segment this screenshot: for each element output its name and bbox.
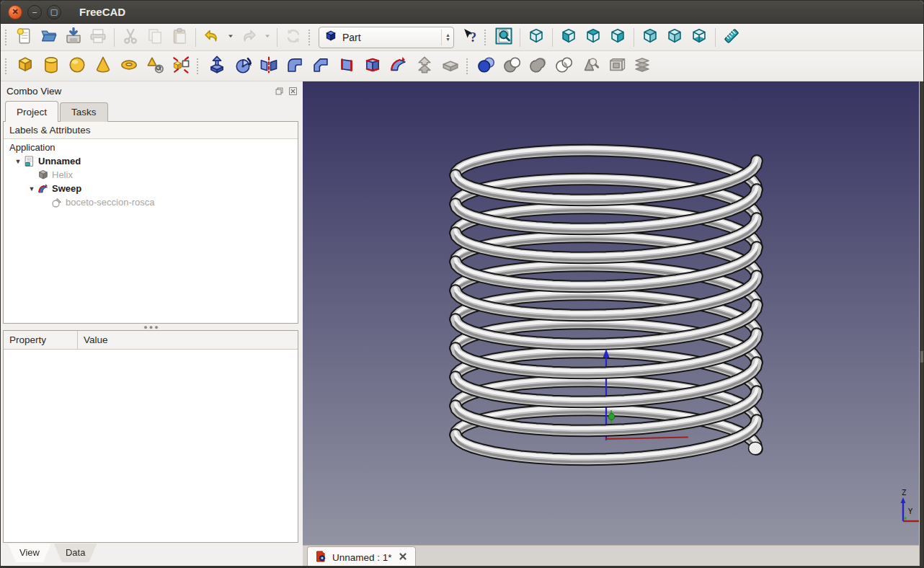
window-minimize-button[interactable]: – — [27, 5, 42, 19]
right-view-button[interactable] — [605, 26, 630, 49]
rear-view-button[interactable] — [638, 26, 662, 49]
create-primitives-button[interactable] — [142, 53, 168, 80]
tree-item-sweep[interactable]: ▼Sweep — [4, 182, 298, 195]
boolean-button[interactable] — [474, 53, 499, 80]
top-view-button[interactable] — [581, 26, 605, 49]
tree-item-helix[interactable]: Helix — [4, 168, 298, 182]
part-toolbar — [1, 51, 923, 81]
column-header-property[interactable]: Property — [4, 331, 78, 349]
axonometric-view-button[interactable] — [524, 26, 548, 49]
panel-float-button[interactable] — [273, 85, 285, 97]
titlebar[interactable]: ✕ – ▢ FreeCAD — [1, 1, 923, 24]
bottom-view-button[interactable] — [687, 26, 711, 49]
check-geometry-button[interactable] — [577, 53, 603, 80]
shape-builder-button[interactable] — [168, 53, 194, 80]
mirror-button[interactable] — [256, 53, 282, 80]
boolean-union-button[interactable] — [525, 53, 551, 80]
tree-item-label: Unnamed — [38, 156, 81, 167]
workbench-selector[interactable]: Part▲▼ — [319, 27, 454, 48]
tree-item-application[interactable]: Application — [4, 141, 298, 154]
print-button[interactable] — [86, 26, 110, 49]
model-tree: Application▼UnnamedHelix▼Sweepboceto-sec… — [4, 139, 298, 323]
toolbar-handle[interactable] — [5, 30, 8, 45]
right-view-icon — [609, 27, 626, 47]
edge-grip[interactable] — [920, 351, 923, 363]
cross-sections-button[interactable] — [629, 53, 655, 80]
copy-button[interactable] — [143, 26, 167, 49]
workbench-part-icon — [324, 30, 337, 45]
redo-button[interactable] — [236, 26, 261, 49]
left-view-button[interactable] — [662, 26, 687, 49]
refresh-icon — [285, 27, 302, 47]
new-button[interactable] — [12, 26, 37, 49]
expander-icon[interactable]: ▼ — [26, 185, 37, 192]
toolbar-handle[interactable] — [466, 58, 469, 74]
tree-item-label: Helix — [52, 169, 73, 180]
compound-button[interactable] — [603, 53, 629, 80]
offset-icon — [415, 56, 434, 76]
tree-item-boceto-seccion-rosca[interactable]: boceto-seccion-rosca — [4, 195, 298, 209]
3d-viewport[interactable]: ZYX — [303, 81, 920, 545]
measure-button[interactable] — [719, 26, 744, 49]
mirror-icon — [259, 56, 278, 76]
property-table-body[interactable] — [4, 350, 298, 542]
panel-splitter[interactable]: ●●● — [1, 324, 303, 330]
tab-close-icon[interactable] — [398, 551, 408, 564]
boolean-cut-button[interactable] — [499, 53, 525, 80]
toolbar-separator — [195, 28, 196, 47]
toolbar-handle[interactable] — [197, 58, 200, 74]
sphere-icon — [68, 56, 86, 76]
front-view-button[interactable] — [556, 26, 581, 49]
toolbar-handle[interactable] — [308, 30, 311, 45]
loft-button[interactable] — [360, 53, 386, 80]
ruled-surface-button[interactable] — [334, 53, 360, 80]
toolbar-separator — [114, 28, 115, 47]
undo-button[interactable] — [200, 26, 224, 49]
fillet-button[interactable] — [282, 53, 308, 80]
cut-button[interactable] — [118, 26, 143, 49]
document-tab[interactable]: Unnamed : 1* — [307, 546, 416, 567]
chamfer-button[interactable] — [308, 53, 334, 80]
redo-history-button[interactable] — [261, 26, 273, 49]
column-header-value[interactable]: Value — [78, 331, 114, 349]
toolbar-handle[interactable] — [484, 30, 487, 45]
paste-button[interactable] — [167, 26, 192, 49]
tab-data[interactable]: Data — [54, 543, 97, 562]
rear-view-icon — [641, 27, 659, 47]
offset-button[interactable] — [412, 53, 437, 80]
combo-spinner-icon[interactable]: ▲▼ — [441, 30, 450, 45]
sphere-button[interactable] — [64, 53, 90, 80]
save-button[interactable] — [61, 26, 86, 49]
toolbar-handle[interactable] — [5, 58, 8, 74]
panel-close-button[interactable] — [287, 85, 298, 97]
box-button[interactable] — [12, 53, 38, 80]
cone-button[interactable] — [90, 53, 116, 80]
cylinder-button[interactable] — [38, 53, 64, 80]
window-close-button[interactable]: ✕ — [8, 5, 22, 19]
loft-icon — [363, 56, 382, 76]
torus-button[interactable] — [116, 53, 142, 80]
extrude-button[interactable] — [204, 53, 230, 80]
sweep-button[interactable] — [386, 53, 412, 80]
combo-view-tabs: ProjectTasks — [1, 100, 303, 121]
whats-this-button[interactable]: ? — [457, 26, 481, 49]
expander-icon[interactable]: ▼ — [12, 158, 24, 165]
tab-view[interactable]: View — [8, 543, 51, 562]
undo-history-button[interactable] — [224, 26, 236, 49]
revolve-button[interactable] — [230, 53, 256, 80]
open-button[interactable] — [37, 26, 61, 49]
thickness-button[interactable] — [437, 53, 463, 80]
freecad-window: ✕ – ▢ FreeCAD Part▲▼? Combo View Project… — [0, 0, 924, 568]
window-maximize-button[interactable]: ▢ — [47, 5, 61, 19]
tree-item-unnamed[interactable]: ▼Unnamed — [4, 154, 298, 168]
combo-view-titlebar[interactable]: Combo View — [1, 81, 303, 100]
tab-tasks[interactable]: Tasks — [60, 102, 108, 122]
3d-scene[interactable]: ZYX — [303, 81, 920, 545]
boolean-common-button[interactable] — [551, 53, 577, 80]
fit-all-button[interactable] — [492, 26, 516, 49]
tab-project[interactable]: Project — [5, 101, 58, 122]
view-data-tabs: ViewData — [1, 543, 303, 566]
refresh-button[interactable] — [281, 26, 306, 49]
boolean-union-icon — [529, 56, 548, 76]
svg-text:Z: Z — [902, 488, 907, 497]
